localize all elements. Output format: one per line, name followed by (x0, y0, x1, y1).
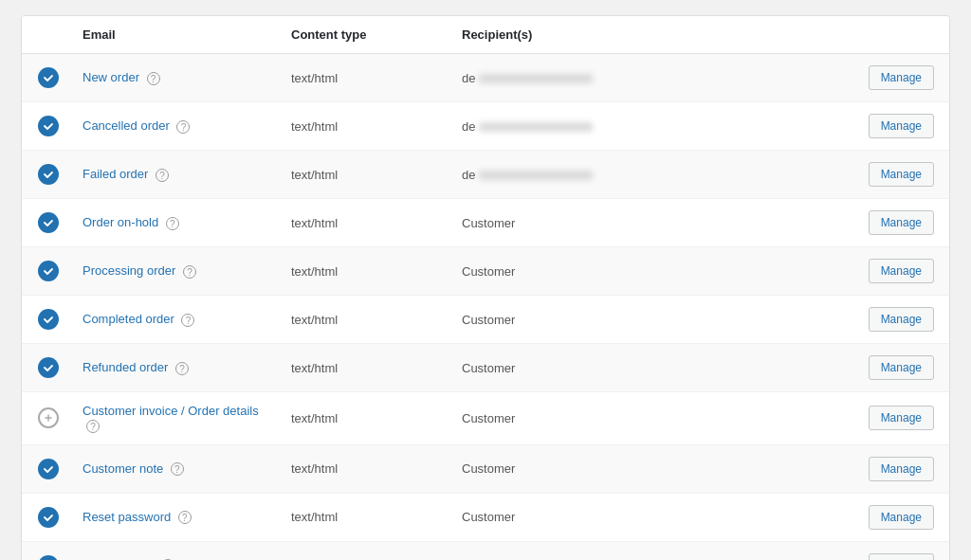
manage-button[interactable]: Manage (869, 210, 934, 235)
content-type-cell: text/html (276, 102, 447, 151)
status-cell[interactable] (22, 392, 67, 445)
enabled-icon[interactable] (38, 67, 59, 88)
recipient-cell: Customer (447, 493, 853, 541)
recipient-cell: Customer (447, 199, 853, 247)
help-icon[interactable]: ? (178, 511, 192, 524)
col-header-recipients: Recipient(s) (447, 16, 853, 54)
content-type-cell: text/html (276, 199, 447, 247)
email-link[interactable]: Refunded order (82, 360, 168, 374)
help-icon[interactable]: ? (86, 420, 100, 433)
table-row: Customer invoice / Order details ?text/h… (22, 392, 949, 445)
email-name-cell: Customer invoice / Order details ? (67, 392, 276, 445)
email-link[interactable]: Customer invoice / Order details (82, 404, 259, 418)
table-row: Reset password ?text/htmlCustomerManage (22, 493, 949, 541)
manage-button[interactable]: Manage (869, 553, 934, 560)
enabled-icon[interactable] (38, 555, 59, 560)
content-type-cell: text/html (276, 151, 447, 199)
status-cell[interactable] (22, 444, 67, 493)
content-type-cell: text/html (276, 54, 447, 102)
content-type-cell: text/html (276, 392, 447, 445)
status-cell[interactable] (22, 541, 67, 560)
action-cell: Manage (853, 151, 949, 199)
enabled-icon[interactable] (38, 116, 59, 136)
blurred-email (479, 122, 593, 132)
table-row: Order on-hold ?text/htmlCustomerManage (22, 199, 949, 247)
status-cell[interactable] (22, 296, 67, 344)
table-row: New account ?text/htmlCustomerManage (22, 541, 949, 560)
recipient-cell: Customer (447, 444, 853, 493)
email-name-cell: Refunded order ? (67, 344, 276, 392)
recipient-prefix: de (462, 119, 475, 134)
enabled-icon[interactable] (38, 357, 59, 378)
status-cell[interactable] (22, 344, 67, 392)
help-icon[interactable]: ? (147, 72, 160, 85)
action-cell: Manage (853, 541, 949, 560)
blurred-email (479, 171, 593, 180)
email-link[interactable]: Customer note (82, 461, 163, 476)
recipient-cell: Customer (447, 541, 853, 560)
content-type-cell: text/html (276, 344, 447, 392)
status-cell[interactable] (22, 199, 67, 247)
manage-button[interactable]: Manage (869, 65, 934, 90)
email-link[interactable]: Cancelled order (82, 118, 170, 133)
enabled-icon[interactable] (38, 164, 59, 185)
col-header-email: Email (67, 16, 276, 54)
help-icon[interactable]: ? (171, 462, 184, 476)
status-cell[interactable] (22, 247, 67, 296)
email-name-cell: New account ? (67, 541, 276, 560)
action-cell: Manage (853, 247, 949, 296)
help-icon[interactable]: ? (156, 169, 169, 182)
manage-button[interactable]: Manage (869, 406, 934, 430)
help-icon[interactable]: ? (176, 120, 190, 134)
action-cell: Manage (853, 102, 949, 151)
disabled-icon[interactable] (38, 407, 59, 428)
manage-button[interactable]: Manage (869, 259, 934, 283)
table-row: Completed order ?text/htmlCustomerManage (22, 296, 949, 344)
recipient-cell: Customer (447, 344, 853, 392)
email-name-cell: Failed order ? (67, 151, 276, 199)
manage-button[interactable]: Manage (869, 457, 934, 481)
email-name-cell: Reset password ? (67, 493, 276, 541)
enabled-icon[interactable] (38, 212, 59, 233)
blurred-email (479, 74, 593, 83)
enabled-icon[interactable] (38, 309, 59, 330)
email-link[interactable]: Processing order (82, 263, 175, 278)
email-link[interactable]: New order (82, 70, 139, 84)
manage-button[interactable]: Manage (869, 114, 934, 138)
email-name-cell: Customer note ? (67, 444, 276, 493)
enabled-icon[interactable] (38, 507, 59, 528)
table-row: Processing order ?text/htmlCustomerManag… (22, 247, 949, 296)
help-icon[interactable]: ? (166, 217, 179, 230)
email-link[interactable]: Reset password (82, 510, 171, 524)
col-header-action (853, 16, 949, 54)
recipient-cell: Customer (447, 296, 853, 344)
manage-button[interactable]: Manage (869, 162, 934, 187)
action-cell: Manage (853, 344, 949, 392)
recipient-cell: de (447, 102, 853, 151)
manage-button[interactable]: Manage (869, 307, 934, 332)
action-cell: Manage (853, 392, 949, 445)
help-icon[interactable]: ? (181, 314, 194, 327)
email-link[interactable]: Failed order (82, 167, 148, 181)
status-cell[interactable] (22, 102, 67, 151)
action-cell: Manage (853, 296, 949, 344)
help-icon[interactable]: ? (183, 265, 196, 279)
manage-button[interactable]: Manage (869, 505, 934, 530)
help-icon[interactable]: ? (175, 362, 189, 375)
status-cell[interactable] (22, 493, 67, 541)
col-header-status (22, 16, 67, 54)
content-type-cell: text/html (276, 493, 447, 541)
email-link[interactable]: Order on-hold (82, 215, 158, 229)
table-row: Cancelled order ?text/htmldeManage (22, 102, 949, 151)
table-row: Failed order ?text/htmldeManage (22, 151, 949, 199)
status-cell[interactable] (22, 54, 67, 102)
email-link[interactable]: Completed order (82, 312, 174, 326)
status-cell[interactable] (22, 151, 67, 199)
recipient-cell: de (447, 151, 853, 199)
email-name-cell: Processing order ? (67, 247, 276, 296)
manage-button[interactable]: Manage (869, 355, 934, 380)
enabled-icon[interactable] (38, 261, 59, 281)
enabled-icon[interactable] (38, 459, 59, 479)
table-row: Customer note ?text/htmlCustomerManage (22, 444, 949, 493)
email-table-container: Email Content type Recipient(s) New orde… (21, 15, 950, 560)
